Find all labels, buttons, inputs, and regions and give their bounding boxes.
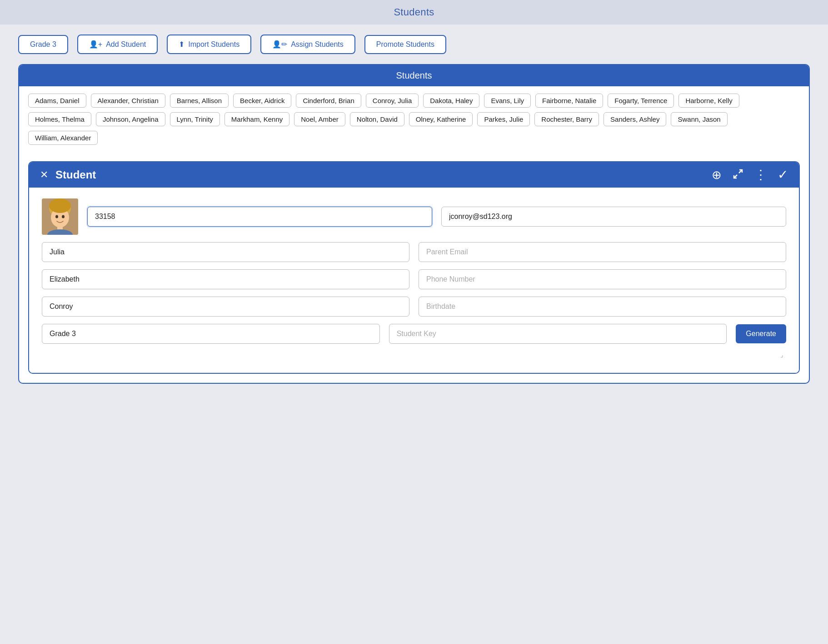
modal-title: Student bbox=[55, 168, 96, 181]
student-tag[interactable]: Nolton, David bbox=[350, 112, 404, 126]
svg-point-6 bbox=[55, 215, 58, 218]
phone-number-input[interactable] bbox=[419, 269, 786, 289]
student-tag[interactable]: Swann, Jason bbox=[671, 112, 727, 126]
modal-header: ✕ Student ⊕ ⋮ ✓ bbox=[29, 162, 799, 188]
email-input[interactable] bbox=[441, 207, 786, 227]
modal-row-2 bbox=[42, 242, 786, 262]
student-tag[interactable]: Markham, Kenny bbox=[224, 112, 289, 126]
student-modal: ✕ Student ⊕ ⋮ ✓ bbox=[28, 161, 800, 374]
add-student-button[interactable]: 👤+ Add Student bbox=[77, 35, 158, 54]
modal-body: Generate ⌟ bbox=[29, 188, 799, 373]
generate-button[interactable]: Generate bbox=[736, 324, 786, 343]
modal-row-1 bbox=[42, 198, 786, 235]
last-name-input[interactable] bbox=[42, 297, 409, 317]
student-tag[interactable]: Sanders, Ashley bbox=[604, 112, 666, 126]
toolbar: Grade 3 👤+ Add Student ⬆ Import Students… bbox=[0, 25, 828, 64]
main-content: Students Adams, DanielAlexander, Christi… bbox=[0, 64, 828, 402]
page-title: Students bbox=[0, 0, 828, 25]
student-tag[interactable]: Holmes, Thelma bbox=[28, 112, 91, 126]
student-tag[interactable]: Evans, Lily bbox=[484, 94, 531, 108]
first-name-input[interactable] bbox=[42, 242, 409, 262]
student-tag[interactable]: Olney, Katherine bbox=[409, 112, 473, 126]
resize-handle[interactable]: ⌟ bbox=[42, 351, 786, 360]
student-tag[interactable]: Barnes, Allison bbox=[170, 94, 229, 108]
parent-email-input[interactable] bbox=[419, 242, 786, 262]
grade-input[interactable] bbox=[42, 324, 380, 344]
student-key-input[interactable] bbox=[389, 324, 727, 344]
expand-icon[interactable] bbox=[733, 168, 743, 181]
svg-point-7 bbox=[62, 215, 65, 218]
move-icon[interactable]: ⊕ bbox=[712, 169, 722, 181]
add-student-icon: 👤+ bbox=[89, 40, 102, 49]
student-tag[interactable]: Adams, Daniel bbox=[28, 94, 86, 108]
import-icon: ⬆ bbox=[179, 40, 185, 49]
student-tag[interactable]: Alexander, Christian bbox=[91, 94, 165, 108]
import-students-button[interactable]: ⬆ Import Students bbox=[167, 35, 251, 54]
student-tag[interactable]: Cinderford, Brian bbox=[296, 94, 361, 108]
students-list: Adams, DanielAlexander, ChristianBarnes,… bbox=[19, 86, 809, 152]
students-panel-header: Students bbox=[19, 65, 809, 86]
student-tag[interactable]: Lynn, Trinity bbox=[170, 112, 220, 126]
student-tag[interactable]: William, Alexander bbox=[28, 131, 98, 145]
student-tag[interactable]: Parkes, Julie bbox=[477, 112, 530, 126]
student-tag[interactable]: Rochester, Barry bbox=[534, 112, 599, 126]
students-panel: Students Adams, DanielAlexander, Christi… bbox=[18, 64, 810, 384]
student-id-input[interactable] bbox=[87, 207, 432, 227]
student-tag[interactable]: Dakota, Haley bbox=[423, 94, 479, 108]
confirm-icon[interactable]: ✓ bbox=[778, 168, 788, 181]
student-tag[interactable]: Conroy, Julia bbox=[366, 94, 419, 108]
promote-students-button[interactable]: Promote Students bbox=[364, 35, 446, 54]
student-tag[interactable]: Fairborne, Natalie bbox=[535, 94, 603, 108]
modal-row-4 bbox=[42, 297, 786, 317]
birthdate-input[interactable] bbox=[419, 297, 786, 317]
grade-button[interactable]: Grade 3 bbox=[18, 35, 68, 54]
student-avatar bbox=[42, 198, 78, 235]
middle-name-input[interactable] bbox=[42, 269, 409, 289]
assign-icon: 👤✏ bbox=[272, 40, 287, 49]
student-tag[interactable]: Noel, Amber bbox=[294, 112, 345, 126]
more-options-icon[interactable]: ⋮ bbox=[754, 168, 767, 181]
student-tag[interactable]: Johnson, Angelina bbox=[96, 112, 165, 126]
student-tag[interactable]: Becker, Aidrick bbox=[233, 94, 291, 108]
assign-students-button[interactable]: 👤✏ Assign Students bbox=[260, 35, 355, 54]
svg-point-5 bbox=[49, 198, 71, 213]
close-icon[interactable]: ✕ bbox=[40, 170, 48, 180]
student-tag[interactable]: Fogarty, Terrence bbox=[608, 94, 674, 108]
student-tag[interactable]: Harborne, Kelly bbox=[678, 94, 739, 108]
modal-row-3 bbox=[42, 269, 786, 289]
modal-row-5: Generate bbox=[42, 324, 786, 344]
